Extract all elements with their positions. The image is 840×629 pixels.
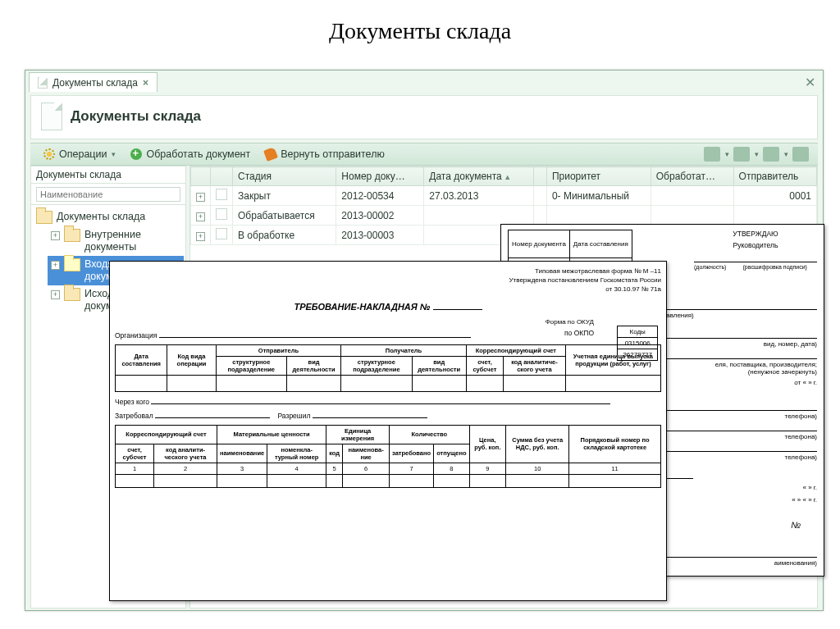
akt-head: Руководитель (694, 241, 817, 249)
tree-root-label: Документы склада (57, 211, 145, 223)
col-expand[interactable] (191, 167, 211, 186)
sidebar-filter (31, 184, 185, 205)
code-box: Коды 0315006 36279727 (617, 326, 658, 361)
page-title: Документы склада (0, 0, 840, 44)
expand-icon[interactable]: + (51, 231, 60, 240)
return-label: Вернуть отправителю (281, 148, 385, 160)
col-stage[interactable]: Стадия (233, 167, 336, 186)
tree-internal[interactable]: + Внутренние документы (48, 226, 184, 256)
header-title: Документы склада (71, 108, 201, 125)
tab-documents[interactable]: Документы склада × (29, 72, 158, 92)
process-label: Обработать документ (146, 148, 250, 160)
sidebar-title: Документы склада (31, 166, 185, 184)
expand-icon[interactable]: + (51, 290, 60, 299)
requirement-document: Типовая межотраслевая форма № М –11 Утве… (109, 261, 667, 601)
col-flag[interactable] (533, 167, 546, 186)
window-close-icon[interactable]: ✕ (805, 75, 818, 88)
return-button[interactable]: Вернуть отправителю (258, 147, 391, 162)
folder-icon (64, 229, 80, 242)
process-button[interactable]: Обработать документ (124, 147, 257, 162)
header: Документы склада (30, 95, 818, 139)
file-icon (38, 77, 48, 89)
tool-1-icon[interactable] (704, 147, 720, 162)
col-num[interactable]: Номер доку… (336, 167, 424, 186)
table-row[interactable]: + Обрабатывается2013-00002 (191, 206, 817, 226)
chevron-down-icon: ▾ (112, 150, 116, 158)
col-priority[interactable]: Приоритет (546, 167, 651, 186)
operations-label: Операции (59, 148, 107, 160)
return-icon (263, 147, 278, 162)
tab-label: Документы склада (52, 77, 138, 89)
expand-icon[interactable]: + (51, 261, 60, 270)
akt-approve: УТВЕРЖДАЮ (694, 230, 817, 238)
table-row[interactable]: + Закрыт2012-0053427.03.20130- Минимальн… (191, 186, 817, 206)
col-processed[interactable]: Обработат… (651, 167, 733, 186)
tool-2-icon[interactable] (733, 147, 750, 162)
gear-icon (43, 148, 55, 160)
operations-button[interactable]: Операции ▾ (37, 147, 122, 162)
folder-icon (36, 211, 52, 224)
table-1: Дата составления Код вида операции Отпра… (115, 344, 661, 392)
col-sender[interactable]: Отправитель (733, 167, 816, 186)
tree-root[interactable]: Документы склада (33, 208, 184, 226)
col-icon[interactable] (211, 167, 233, 186)
tree-label: Внутренние документы (84, 229, 180, 253)
filter-input[interactable] (36, 187, 180, 202)
tab-bar: Документы склада × ✕ (25, 71, 823, 92)
folder-icon (64, 258, 80, 271)
table-2: Корреспондирующий счет Материальные ценн… (115, 425, 661, 488)
req-title: ТРЕБОВАНИЕ-НАКЛАДНАЯ № (115, 301, 661, 312)
tab-close-icon[interactable]: × (143, 77, 148, 89)
add-icon (130, 148, 142, 160)
tool-4-icon[interactable] (792, 147, 809, 162)
file-icon (41, 103, 62, 130)
folder-icon (64, 288, 80, 301)
toolbar: Операции ▾ Обработать документ Вернуть о… (30, 143, 818, 166)
col-date[interactable]: Дата документа (424, 167, 534, 186)
tool-3-icon[interactable] (763, 147, 779, 162)
req-meta: Типовая межотраслевая форма № М –11 Утве… (115, 267, 661, 294)
